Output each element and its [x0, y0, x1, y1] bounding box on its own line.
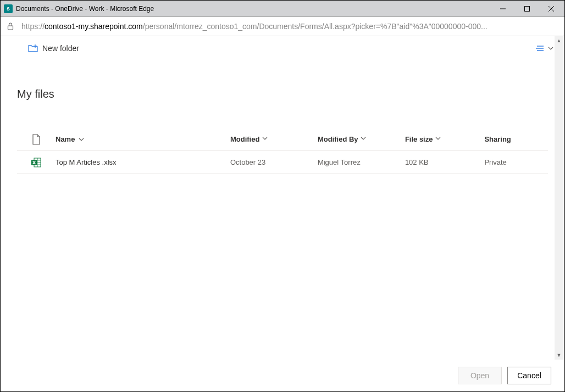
command-bar: New folder: [1, 36, 564, 60]
header-modifiedby-label: Modified By: [318, 135, 358, 143]
chevron-down-icon: [548, 46, 553, 51]
file-modified-cell: October 23: [230, 158, 318, 166]
table-row[interactable]: Top M Articles .xlsx October 23 Miguel T…: [17, 151, 548, 174]
url-path: /personal/mtorrez_contoso1_com/Documents…: [143, 22, 488, 31]
chevron-down-icon: [360, 135, 367, 142]
svg-rect-1: [525, 6, 530, 11]
lock-icon: [6, 22, 15, 31]
header-name-label: Name: [56, 135, 75, 143]
main-content: My files Name Modified Modified: [1, 60, 564, 174]
header-sharing-label: Sharing: [484, 135, 511, 143]
open-button[interactable]: Open: [458, 367, 502, 384]
maximize-button[interactable]: [515, 1, 539, 16]
url-text: https://contoso1-my.sharepoint.com/perso…: [21, 22, 559, 31]
address-bar[interactable]: https://contoso1-my.sharepoint.com/perso…: [1, 17, 564, 36]
url-host: contoso1-my.sharepoint.com: [45, 22, 143, 31]
chevron-down-icon: [78, 136, 85, 143]
svg-rect-4: [8, 26, 13, 30]
new-folder-button[interactable]: New folder: [28, 44, 79, 53]
file-sharing-cell: Private: [484, 158, 548, 166]
view-options-button[interactable]: [536, 45, 553, 52]
url-protocol: https://: [21, 22, 45, 31]
column-header-name[interactable]: Name: [56, 135, 230, 143]
minimize-button[interactable]: [491, 1, 515, 16]
list-view-icon: [536, 45, 545, 52]
column-header-sharing[interactable]: Sharing: [484, 135, 548, 143]
file-name-cell: Top M Articles .xlsx: [56, 158, 230, 166]
app-icon-letter: s: [7, 5, 10, 12]
file-size-cell: 102 KB: [405, 158, 485, 166]
sharepoint-app-icon: s: [4, 4, 13, 13]
scroll-down-arrow-icon[interactable]: ▼: [555, 351, 563, 360]
file-modifiedby-cell: Miguel Torrez: [318, 158, 405, 166]
chevron-down-icon: [435, 135, 441, 142]
page-title: My files: [17, 88, 548, 100]
header-modified-label: Modified: [230, 135, 259, 143]
chevron-down-icon: [262, 135, 268, 142]
window-titlebar: s Documents - OneDrive - Work - Microsof…: [1, 1, 564, 17]
close-button[interactable]: [539, 1, 563, 16]
vertical-scrollbar[interactable]: ▲ ▼: [555, 36, 563, 360]
window-title: Documents - OneDrive - Work - Microsoft …: [16, 5, 491, 13]
scroll-up-arrow-icon[interactable]: ▲: [555, 36, 563, 45]
column-header-file-size[interactable]: File size: [405, 135, 485, 143]
file-table: Name Modified Modified By File size: [17, 128, 548, 174]
new-folder-icon: [28, 44, 38, 52]
new-folder-label: New folder: [42, 44, 79, 53]
dialog-footer: Open Cancel: [1, 360, 564, 391]
header-size-label: File size: [405, 135, 433, 143]
excel-icon: [31, 158, 41, 167]
file-type-cell: [17, 158, 56, 167]
column-header-modified-by[interactable]: Modified By: [318, 135, 405, 143]
table-header-row: Name Modified Modified By File size: [17, 128, 548, 151]
cancel-button[interactable]: Cancel: [507, 367, 551, 384]
column-header-type-icon[interactable]: [17, 134, 56, 145]
column-header-modified[interactable]: Modified: [230, 135, 318, 143]
